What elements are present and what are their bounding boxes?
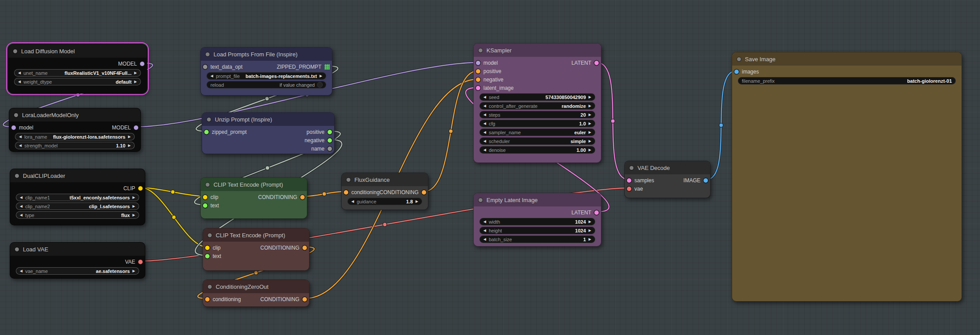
zipped-prompt-grid-icon[interactable] [324, 64, 330, 70]
output-slot-name[interactable]: name [311, 146, 332, 152]
negative-input-dot[interactable] [476, 77, 480, 82]
node-graph-canvas[interactable]: Load Diffusion ModelMODEL◀unet_namefluxR… [0, 0, 980, 335]
collapse-dot[interactable] [479, 48, 483, 52]
images-input-dot[interactable] [734, 70, 739, 74]
output-slot-CLIP[interactable]: CLIP [123, 185, 143, 191]
widget-clip_name2[interactable]: ◀clip_name2clip_l.safetensors▶ [16, 202, 139, 210]
model-input-dot[interactable] [476, 61, 480, 65]
input-slot-zipped_prompt[interactable]: zipped_prompt [204, 129, 247, 135]
LATENT-output-dot[interactable] [594, 210, 599, 215]
lora-loader-model-only[interactable]: LoraLoaderModelOnlymodelMODEL◀lora_namef… [9, 108, 141, 152]
widget-decrement-arrow[interactable]: ◀ [19, 135, 22, 139]
widget-decrement-arrow[interactable]: ◀ [19, 144, 22, 147]
widget-clip_name1[interactable]: ◀clip_name1t5xxl_enconly.safetensors▶ [16, 194, 139, 201]
input-slot-model[interactable]: model [476, 60, 498, 66]
widget-filename_prefix[interactable]: filename_prefixbatch-giolorenzt-01 [738, 77, 956, 85]
conditioning-input-dot[interactable] [344, 190, 348, 195]
widget-height[interactable]: ◀height1024▶ [479, 227, 595, 234]
collapse-dot[interactable] [630, 166, 634, 170]
widget-decrement-arrow[interactable]: ◀ [483, 140, 486, 143]
lora-loader-model-only-header[interactable]: LoraLoaderModelOnly [9, 108, 140, 121]
collapse-dot[interactable] [15, 247, 19, 251]
output-slot-MODEL[interactable]: MODEL [112, 125, 138, 131]
model-input-dot[interactable] [11, 125, 16, 130]
text-input-dot[interactable] [203, 203, 207, 208]
widget-denoise[interactable]: ◀denoise1.00▶ [479, 146, 595, 154]
input-slot-negative[interactable]: negative [476, 77, 503, 83]
text_data_opt-input-dot[interactable] [203, 65, 207, 69]
widget-decrement-arrow[interactable]: ◀ [18, 80, 21, 84]
output-slot-IMAGE[interactable]: IMAGE [683, 177, 708, 184]
output-slot-ZIPPED_PROMPT[interactable]: ZIPPED_PROMPT [277, 64, 330, 70]
widget-strength_model[interactable]: ◀strength_model1.10▶ [15, 142, 135, 149]
widget-decrement-arrow[interactable]: ◀ [483, 229, 486, 232]
vae-decode-header[interactable]: VAE Decode [625, 161, 710, 174]
collapse-dot[interactable] [479, 198, 483, 202]
collapse-dot[interactable] [346, 178, 350, 182]
conditioning-zero-out[interactable]: ConditioningZeroOutconditioningCONDITION… [203, 280, 309, 307]
widget-type[interactable]: ◀typeflux▶ [16, 211, 139, 219]
widget-increment-arrow[interactable]: ▶ [128, 144, 131, 147]
clip-input-dot[interactable] [205, 246, 210, 250]
CONDITIONING-output-dot[interactable] [302, 246, 307, 250]
widget-decrement-arrow[interactable]: ◀ [483, 131, 486, 134]
load-vae-header[interactable]: Load VAE [10, 243, 145, 256]
widget-sampler_name[interactable]: ◀sampler_nameeuler▶ [479, 129, 595, 136]
input-slot-vae[interactable]: vae [627, 186, 643, 192]
collapse-dot[interactable] [14, 113, 18, 117]
unzip-prompt-header[interactable]: Unzip Prompt (Inspire) [202, 113, 334, 126]
input-slot-model[interactable]: model [11, 125, 33, 131]
widget-decrement-arrow[interactable]: ◀ [20, 205, 22, 208]
widget-increment-arrow[interactable]: ▶ [589, 229, 591, 232]
ksampler[interactable]: KSamplermodelLATENTpositivenegativelaten… [473, 43, 601, 163]
widget-increment-arrow[interactable]: ▶ [589, 220, 591, 224]
widget-vae_name[interactable]: ◀vae_nameae.safetensors▶ [16, 267, 139, 275]
widget-width[interactable]: ◀width1024▶ [479, 218, 595, 225]
CONDITIONING-output-dot[interactable] [422, 190, 426, 195]
save-image-header[interactable]: Save Image [732, 52, 962, 66]
CONDITIONING-output-dot[interactable] [302, 297, 307, 302]
widget-decrement-arrow[interactable]: ◀ [483, 113, 486, 117]
widget-steps[interactable]: ◀steps20▶ [479, 111, 595, 118]
widget-increment-arrow[interactable]: ▶ [589, 131, 591, 134]
MODEL-output-dot[interactable] [134, 125, 138, 130]
widget-unet_name[interactable]: ◀unet_namefluxRealisticV1_v10NF4Full...▶ [14, 69, 141, 77]
output-slot-VAE[interactable]: VAE [125, 259, 143, 265]
LATENT-output-dot[interactable] [594, 61, 599, 65]
widget-batch_size[interactable]: ◀batch_size1▶ [479, 236, 595, 243]
widget-cfg[interactable]: ◀cfg1.0▶ [479, 120, 595, 127]
widget-increment-arrow[interactable]: ▶ [416, 200, 418, 203]
VAE-output-dot[interactable] [138, 260, 143, 264]
widget-decrement-arrow[interactable]: ◀ [351, 200, 354, 203]
widget-increment-arrow[interactable]: ▶ [133, 205, 135, 208]
widget-prompt_file[interactable]: ◀prompt_filebatch-images-replacements.tx… [206, 72, 326, 80]
widget-decrement-arrow[interactable]: ◀ [210, 74, 213, 78]
output-slot-positive[interactable]: positive [306, 129, 332, 135]
widget-increment-arrow[interactable]: ▶ [128, 135, 131, 139]
collapse-dot[interactable] [13, 49, 17, 53]
CONDITIONING-output-dot[interactable] [300, 195, 305, 199]
ksampler-header[interactable]: KSampler [474, 44, 601, 57]
widget-decrement-arrow[interactable]: ◀ [483, 122, 486, 125]
widget-decrement-arrow[interactable]: ◀ [483, 96, 486, 99]
output-slot-CONDITIONING[interactable]: CONDITIONING [258, 194, 305, 200]
clip-text-encode-negative-header[interactable]: CLIP Text Encode (Prompt) [203, 228, 309, 242]
widget-decrement-arrow[interactable]: ◀ [483, 238, 486, 241]
widget-scheduler[interactable]: ◀schedulersimple▶ [479, 137, 595, 145]
widget-increment-arrow[interactable]: ▶ [134, 71, 137, 75]
load-prompts-from-file[interactable]: Load Prompts From File (Inspire)text_dat… [200, 47, 332, 96]
widget-seed[interactable]: ◀seed574330850042909▶ [479, 93, 595, 101]
output-slot-CONDITIONING[interactable]: CONDITIONING [260, 245, 307, 251]
widget-control_after_generate[interactable]: ◀control_after_generaterandomize▶ [479, 102, 595, 110]
samples-input-dot[interactable] [627, 178, 631, 183]
conditioning-input-dot[interactable] [205, 297, 210, 302]
text-input-dot[interactable] [205, 254, 210, 258]
collapse-dot[interactable] [206, 52, 210, 56]
widget-increment-arrow[interactable]: ▶ [589, 96, 591, 99]
load-diffusion-model-header[interactable]: Load Diffusion Model [8, 44, 147, 58]
positive-input-dot[interactable] [476, 69, 480, 74]
unzip-prompt[interactable]: Unzip Prompt (Inspire)zipped_promptposit… [202, 112, 335, 154]
IMAGE-output-dot[interactable] [704, 178, 708, 183]
widget-decrement-arrow[interactable]: ◀ [483, 148, 486, 152]
collapse-dot[interactable] [208, 233, 212, 237]
